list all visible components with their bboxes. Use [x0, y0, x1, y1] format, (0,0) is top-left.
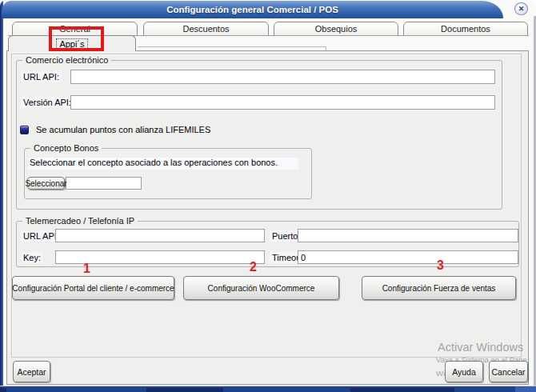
- config-portal-ecommerce-label: Configuración Portal del cliente / e-com…: [12, 284, 174, 293]
- config-fuerza-ventas-label: Configuración Fuerza de ventas: [382, 284, 496, 293]
- tab-obsequios[interactable]: Obsequios: [274, 22, 398, 36]
- config-portal-ecommerce-button[interactable]: Configuración Portal del cliente / e-com…: [12, 276, 174, 300]
- tab-general-label: General: [59, 24, 90, 34]
- seleccionar-button[interactable]: Seleccionar: [27, 177, 65, 190]
- puerto-input[interactable]: [298, 229, 518, 242]
- window-title: Configuración general Comercial / POS: [166, 5, 338, 14]
- annotation-number-1: 1: [83, 262, 90, 276]
- concepto-bonos-description: Seleccionar el concepto asociado a las o…: [28, 158, 298, 170]
- window-left-edge: [0, 0, 3, 387]
- url-api-input[interactable]: [70, 70, 495, 84]
- tab-obsequios-label: Obsequios: [315, 24, 358, 34]
- concepto-bonos-legend: Concepto Bonos: [30, 143, 102, 153]
- annotation-number-2: 2: [250, 260, 257, 274]
- seleccionar-button-label: Seleccionar: [25, 179, 66, 188]
- version-api-label: Versión API:: [21, 97, 74, 108]
- key-label: Key:: [21, 252, 43, 263]
- telemarketing-legend: Telemercadeo / Telefonía IP: [22, 216, 138, 226]
- tab-appis-label: Appi´s: [57, 39, 86, 49]
- bottom-edge-mark: [0, 388, 6, 392]
- annotation-number-3: 3: [437, 258, 444, 273]
- concepto-bonos-groupbox: [24, 148, 312, 199]
- cancelar-button-label: Cancelar: [491, 367, 525, 377]
- bottom-edge-mark: [146, 388, 223, 392]
- bottom-edge-mark: [350, 388, 454, 392]
- concepto-bonos-input[interactable]: [66, 177, 142, 190]
- tab-descuentos-label: Descuentos: [182, 24, 229, 34]
- url-api-label: URL API:: [21, 71, 62, 82]
- tab-appis-active[interactable]: Appi´s: [8, 35, 136, 51]
- title-bar[interactable]: Configuración general Comercial / POS: [2, 1, 503, 18]
- cancelar-button[interactable]: Cancelar: [489, 361, 528, 382]
- window-bottom-edge: [0, 386, 536, 392]
- close-icon: ✕: [518, 5, 525, 13]
- config-woocommerce-label: Configuración WooCommerce: [208, 284, 315, 293]
- activate-windows-watermark-line1: Activar Windows: [438, 341, 523, 354]
- config-woocommerce-button[interactable]: Configuración WooCommerce: [183, 276, 339, 300]
- version-api-input[interactable]: [70, 95, 495, 110]
- dialog-window: Configuración general Comercial / POS ✕ …: [0, 0, 536, 392]
- timeout-input[interactable]: [298, 250, 518, 264]
- tele-url-api-input[interactable]: [55, 229, 265, 242]
- aceptar-button[interactable]: Aceptar: [13, 361, 50, 382]
- tab-documentos-label: Documentos: [441, 24, 490, 34]
- tab-descuentos[interactable]: Descuentos: [143, 22, 269, 36]
- tab-strip-filler: [138, 46, 326, 50]
- tab-general[interactable]: General: [12, 22, 138, 36]
- close-button[interactable]: ✕: [514, 2, 528, 15]
- lifemiles-checkbox[interactable]: [20, 126, 29, 134]
- lifemiles-checkbox-label: Se acumulan puntos con alianza LIFEMILES: [34, 124, 213, 135]
- ayuda-button[interactable]: Ayuda: [445, 361, 483, 382]
- bottom-edge-corner: [515, 386, 536, 392]
- aceptar-button-label: Aceptar: [17, 367, 46, 377]
- config-fuerza-ventas-button[interactable]: Configuración Fuerza de ventas: [362, 276, 516, 300]
- ayuda-button-label: Ayuda: [452, 367, 476, 377]
- tab-documentos[interactable]: Documentos: [403, 22, 528, 36]
- ecommerce-legend: Comercio electrónico: [22, 55, 111, 65]
